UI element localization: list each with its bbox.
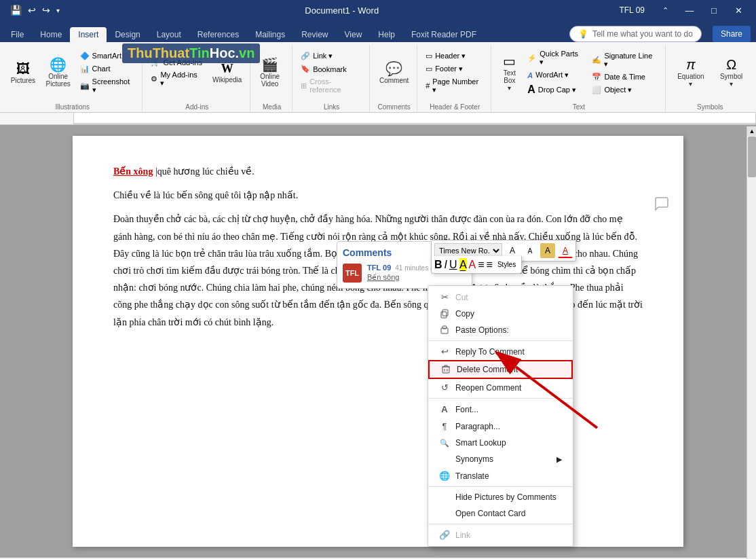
scrollbar[interactable]: ▲ (746, 126, 756, 559)
font-size-down-btn[interactable]: A (523, 243, 537, 258)
dropcap-btn[interactable]: A Drop Cap ▾ (525, 82, 586, 97)
watermark-logo: Thu Thuat Tin Hoc . vn (122, 43, 260, 63)
chart-btn[interactable]: 📊 Chart (77, 63, 138, 75)
ctx-hide-pictures-label: Hide Pictures by Comments (455, 492, 556, 502)
ctx-sep2 (428, 398, 573, 399)
link-btn[interactable]: 🔗 Link ▾ (298, 50, 365, 62)
ctx-smart-lookup[interactable]: 🔍 Smart Lookup (428, 435, 573, 451)
pictures-btn[interactable]: 🖼 Pictures (7, 59, 39, 87)
symbol-icon: Ω (726, 58, 736, 71)
ctx-delete-comment[interactable]: Delete Comment (428, 360, 573, 379)
comment-username: TFL 09 (367, 264, 391, 272)
document-area: Bến xông |quê hương lúc chiều về. Chiều … (0, 125, 756, 558)
ribbon-collapse-btn[interactable]: ⌃ (653, 0, 677, 20)
minimize-btn[interactable]: — (677, 0, 702, 20)
numbering-btn[interactable]: ≡ (487, 259, 493, 271)
tab-home[interactable]: Home (32, 27, 70, 42)
bold-btn[interactable]: B (434, 259, 442, 271)
signature-btn[interactable]: ✍ Signature Line ▾ (589, 50, 660, 70)
app-header: 💾 ↩ ↪ ▾ Document1 - Word TFL 09 ⌃ — □ ✕ … (0, 0, 756, 42)
textbox-btn[interactable]: ▭ TextBox ▾ (497, 52, 522, 94)
footer-btn[interactable]: ▭ Footer ▾ (423, 63, 487, 75)
ctx-hide-pictures[interactable]: Hide Pictures by Comments (428, 489, 573, 505)
links-label: Links (298, 102, 365, 112)
header-footer-group: ▭ Header ▾ ▭ Footer ▾ # Page Number ▾ He… (419, 45, 491, 112)
tab-view[interactable]: View (337, 27, 371, 42)
object-btn[interactable]: ⬜ Object ▾ (589, 84, 660, 96)
wikipedia-btn[interactable]: W Wikipedia (208, 60, 246, 86)
bullets-btn[interactable]: ≡ (478, 259, 484, 271)
hf-col: ▭ Header ▾ ▭ Footer ▾ # Page Number ▾ (423, 50, 487, 96)
font-color-btn[interactable]: A (558, 243, 573, 258)
ctx-cut-label: Cut (455, 293, 468, 302)
tab-insert[interactable]: Insert (70, 27, 107, 42)
tab-layout[interactable]: Layout (149, 27, 189, 42)
share-button[interactable]: Share (713, 26, 751, 42)
ctx-reopen[interactable]: ↺ Reopen Comment (428, 379, 573, 396)
font-format-btn[interactable]: A (540, 243, 555, 258)
cross-ref-btn[interactable]: ⊞ Cross-reference (298, 76, 365, 95)
ctx-sep4 (428, 524, 573, 524)
dropdown-quick-btn[interactable]: ▾ (54, 5, 62, 16)
ctx-synonyms[interactable]: Synonyms ▶ (428, 451, 573, 467)
cut-icon: ✂ (439, 292, 450, 302)
copy-icon (439, 309, 450, 319)
paste-icon (439, 325, 450, 335)
hf-label: Header & Footer (423, 102, 487, 112)
ctx-translate[interactable]: 🌐 Translate (428, 467, 573, 484)
comment-text: Bến sông (367, 273, 442, 282)
screenshot-btn[interactable]: 📷 Screenshot ▾ (77, 76, 138, 96)
object-icon: ⬜ (592, 86, 601, 94)
online-pictures-btn[interactable]: 🌐 OnlinePictures (42, 55, 75, 90)
ctx-reply[interactable]: ↩ Reply To Comment (428, 343, 573, 360)
styles-btn[interactable]: Styles (495, 261, 518, 268)
page-number-btn[interactable]: # Page Number ▾ (423, 76, 487, 96)
pictures-icon: 🖼 (16, 62, 30, 75)
underline-btn[interactable]: U (449, 259, 457, 271)
maximize-btn[interactable]: □ (702, 0, 726, 20)
my-addins-btn[interactable]: ⚙ My Add-ins ▾ (148, 69, 206, 89)
ctx-link[interactable]: 🔗 Link (428, 526, 573, 543)
redo-quick-btn[interactable]: ↪ (40, 3, 52, 17)
tab-help[interactable]: Help (370, 27, 403, 42)
datetime-btn[interactable]: 📅 Date & Time (589, 71, 660, 83)
italic-btn[interactable]: I (445, 259, 447, 271)
ctx-sep1 (428, 340, 573, 341)
scroll-up-btn[interactable]: ▲ (747, 126, 756, 136)
window-controls: ⌃ — □ ✕ (653, 0, 751, 20)
tab-foxit[interactable]: Foxit Reader PDF (403, 27, 485, 42)
font-color-mini-btn[interactable]: A (469, 259, 476, 271)
scroll-thumb[interactable] (748, 137, 756, 177)
highlight-btn[interactable]: A̲ (459, 258, 467, 271)
ctx-cut[interactable]: ✂ Cut (428, 289, 573, 306)
undo-quick-btn[interactable]: ↩ (26, 3, 38, 17)
smart-lookup-icon: 🔍 (439, 439, 450, 448)
close-btn[interactable]: ✕ (726, 0, 751, 20)
wordart-btn[interactable]: A WordArt ▾ (525, 69, 586, 81)
tab-mailings[interactable]: Mailings (247, 27, 293, 42)
ctx-copy[interactable]: Copy (428, 306, 573, 322)
watermark-vn: vn (239, 46, 254, 61)
ctx-delete-label: Delete Comment (457, 365, 518, 374)
tell-me-box[interactable]: 💡 Tell me what you want to do (569, 26, 702, 42)
header-btn[interactable]: ▭ Header ▾ (423, 50, 487, 62)
ctx-font[interactable]: A Font... (428, 401, 573, 418)
equation-btn[interactable]: π Equation ▾ (671, 55, 711, 90)
comment-bubble-icon (654, 196, 670, 215)
save-quick-btn[interactable]: 💾 (8, 3, 24, 17)
online-video-btn[interactable]: 🎬 OnlineVideo (256, 55, 284, 90)
tab-review[interactable]: Review (293, 27, 336, 42)
tab-design[interactable]: Design (107, 27, 148, 42)
symbol-btn[interactable]: Ω Symbol ▾ (713, 55, 749, 90)
bookmark-btn[interactable]: 🔖 Bookmark (298, 63, 365, 75)
ctx-synonyms-label: Synonyms (455, 454, 493, 464)
tab-references[interactable]: References (189, 27, 247, 42)
watermark-hoc: Hoc (210, 46, 235, 61)
symbols-label: Symbols (671, 102, 749, 112)
ctx-contact-card[interactable]: Open Contact Card (428, 505, 573, 522)
tab-file[interactable]: File (3, 27, 32, 42)
ctx-paragraph[interactable]: ¶ Paragraph... (428, 418, 573, 435)
comment-btn[interactable]: 💬 Comment (375, 59, 413, 87)
title-row: 💾 ↩ ↪ ▾ Document1 - Word TFL 09 ⌃ — □ ✕ (0, 0, 756, 20)
quick-parts-btn[interactable]: ⚡ Quick Parts ▾ (525, 48, 586, 68)
